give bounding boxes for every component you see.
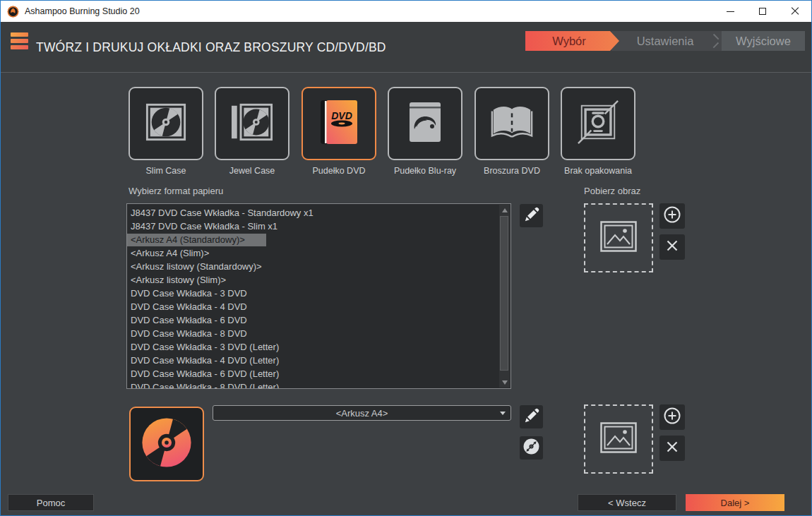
case-label-slim-case: Slim Case bbox=[120, 166, 212, 176]
case-jewel-case-button[interactable] bbox=[215, 87, 289, 160]
disc-size-button[interactable] bbox=[520, 436, 543, 460]
bluray-box-icon bbox=[405, 101, 445, 146]
paper-format-listbox[interactable]: J8437 DVD Case Wkładka - Standardowy x1 … bbox=[126, 203, 511, 389]
case-dvd-booklet-button[interactable] bbox=[474, 87, 549, 160]
remove-disc-image-button[interactable] bbox=[659, 436, 685, 461]
step-wyjsciowe[interactable]: Wyjściowe bbox=[722, 31, 805, 51]
list-item[interactable]: DVD Case Wkładka - 8 DVD (Letter) bbox=[127, 380, 511, 389]
disc-image-dropzone[interactable] bbox=[584, 404, 653, 474]
list-item[interactable]: DVD Case Wkładka - 6 DVD (Letter) bbox=[127, 367, 511, 380]
list-item[interactable]: <Arkusz listowy (Slim)> bbox=[127, 273, 511, 287]
step-wybor[interactable]: Wybór bbox=[525, 31, 619, 51]
list-item[interactable]: DVD Case Wkładka - 3 DVD bbox=[127, 287, 511, 300]
hamburger-menu-icon[interactable] bbox=[11, 32, 28, 49]
case-bluray-box-button[interactable] bbox=[388, 87, 462, 160]
disc-resize-icon bbox=[522, 437, 541, 459]
dvd-box-icon: DVD bbox=[319, 100, 359, 148]
edit-disc-paper-button[interactable] bbox=[520, 405, 543, 428]
list-item[interactable]: J8437 DVD Case Wkładka - Slim x1 bbox=[127, 220, 511, 233]
app-window: Ashampoo Burning Studio 20 TWÓRZ I DRUKU… bbox=[0, 0, 812, 516]
plus-circle-icon bbox=[663, 205, 681, 227]
maximize-button[interactable] bbox=[746, 1, 779, 22]
scrollbar-thumb[interactable] bbox=[500, 216, 508, 371]
disc-label-thumbnail[interactable] bbox=[129, 407, 204, 481]
jewel-case-icon bbox=[230, 101, 274, 146]
case-label-bluray-box: Pudełko Blu-ray bbox=[379, 166, 471, 176]
scroll-down-button[interactable] bbox=[499, 377, 510, 388]
cover-image-dropzone[interactable] bbox=[584, 203, 653, 272]
case-label-dvd-box: Pudełko DVD bbox=[293, 166, 385, 176]
no-packaging-icon bbox=[576, 100, 620, 147]
list-item[interactable]: <Arkusz A4 (Slim)> bbox=[127, 246, 511, 260]
edit-paper-format-button[interactable] bbox=[520, 204, 543, 227]
case-label-dvd-booklet: Broszura DVD bbox=[466, 166, 558, 176]
case-dvd-box-button[interactable]: DVD bbox=[301, 87, 376, 160]
slim-case-icon bbox=[144, 101, 188, 146]
list-item[interactable]: J8437 DVD Case Wkładka - Standardowy x1 bbox=[127, 206, 511, 220]
svg-text:DVD: DVD bbox=[331, 110, 352, 121]
window-title: Ashampoo Burning Studio 20 bbox=[25, 6, 140, 16]
titlebar[interactable]: Ashampoo Burning Studio 20 bbox=[1, 1, 811, 22]
x-icon bbox=[665, 239, 679, 256]
add-disc-image-button[interactable] bbox=[659, 404, 685, 430]
paper-format-label: Wybierz format papieru bbox=[129, 186, 223, 196]
scrollbar[interactable] bbox=[499, 205, 510, 388]
triangle-down-icon bbox=[502, 380, 508, 385]
minimize-icon bbox=[727, 11, 734, 12]
list-item[interactable]: DVD Case Wkładka - 4 DVD (Letter) bbox=[127, 354, 511, 367]
dvd-booklet-icon bbox=[490, 102, 534, 145]
step-ustawienia[interactable]: Ustawienia bbox=[611, 31, 710, 51]
image-placeholder-icon bbox=[600, 221, 637, 255]
case-label-no-packaging: Brak opakowania bbox=[552, 166, 644, 176]
paper-size-dropdown-value: <Arkusz A4> bbox=[336, 408, 388, 419]
case-no-packaging-button[interactable] bbox=[561, 87, 635, 160]
scroll-up-button[interactable] bbox=[499, 205, 510, 215]
list-item[interactable]: DVD Case Wkładka - 6 DVD bbox=[127, 313, 511, 327]
image-placeholder-icon bbox=[600, 422, 637, 456]
caret-down-icon bbox=[500, 412, 506, 415]
wizard-steps: Wybór Ustawienia Wyjściowe bbox=[525, 31, 805, 51]
back-button[interactable]: < Wstecz bbox=[578, 494, 676, 511]
pencil-icon bbox=[524, 207, 539, 225]
app-logo-icon bbox=[7, 6, 19, 18]
case-label-jewel-case: Jewel Case bbox=[206, 166, 298, 176]
x-icon bbox=[665, 440, 679, 457]
disc-icon bbox=[138, 414, 196, 474]
list-item[interactable]: <Arkusz listowy (Standardowy)> bbox=[127, 260, 511, 273]
next-button[interactable]: Dalej > bbox=[686, 494, 784, 511]
help-button[interactable]: Pomoc bbox=[8, 494, 94, 511]
close-icon bbox=[791, 7, 799, 16]
plus-circle-icon bbox=[663, 407, 681, 428]
page-title: TWÓRZ I DRUKUJ OKŁADKI ORAZ BROSZURY CD/… bbox=[36, 40, 386, 54]
chevron-separator-icon bbox=[710, 31, 722, 51]
pencil-icon bbox=[524, 408, 539, 426]
list-item[interactable]: DVD Case Wkładka - 4 DVD bbox=[127, 300, 511, 313]
get-image-label: Pobierz obraz bbox=[584, 186, 640, 196]
maximize-icon bbox=[759, 8, 766, 15]
close-button[interactable] bbox=[779, 1, 811, 22]
list-item[interactable]: DVD Case Wkładka - 8 DVD bbox=[127, 327, 511, 340]
paper-size-dropdown[interactable]: <Arkusz A4> bbox=[213, 405, 511, 421]
list-item[interactable]: DVD Case Wkładka - 3 DVD (Letter) bbox=[127, 340, 511, 354]
triangle-up-icon bbox=[502, 208, 508, 212]
case-slim-case-button[interactable] bbox=[129, 87, 203, 160]
minimize-button[interactable] bbox=[714, 1, 746, 22]
header: TWÓRZ I DRUKUJ OKŁADKI ORAZ BROSZURY CD/… bbox=[1, 22, 811, 73]
remove-cover-image-button[interactable] bbox=[659, 234, 685, 260]
list-item-selected[interactable]: <Arkusz A4 (Standardowy)> bbox=[127, 233, 511, 246]
add-cover-image-button[interactable] bbox=[659, 203, 685, 229]
